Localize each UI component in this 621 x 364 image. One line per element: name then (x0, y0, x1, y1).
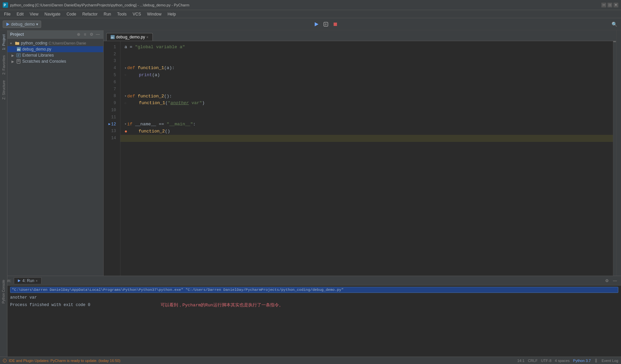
punc-4: ) (157, 72, 160, 79)
maximize-button[interactable]: □ (608, 3, 612, 7)
output-line1: another var (10, 294, 618, 302)
line-num-1: 1 (105, 44, 119, 51)
indent-1 (128, 72, 139, 79)
status-right: 14:1 CRLF UTF-8 4 spaces Python 3.7 Even… (517, 359, 619, 363)
menu-run[interactable]: Run (101, 11, 114, 17)
menu-file[interactable]: File (1, 11, 13, 17)
svg-marker-3 (315, 22, 318, 26)
vtab-project[interactable]: 1: Project (1, 32, 6, 53)
file-debug-demo-label: debug_demo.py (22, 47, 51, 52)
code-str-1: "global variable a" (135, 44, 185, 51)
tab-close-icon[interactable]: × (146, 35, 148, 39)
minimize-button[interactable]: ─ (601, 3, 606, 7)
menu-help[interactable]: Help (165, 11, 179, 17)
bottom-minimize-btn[interactable]: — (612, 277, 618, 284)
fn-function2: function_2 (138, 93, 164, 100)
collapse-icon[interactable]: ≡ (82, 32, 88, 37)
editor-area: py debug_demo.py × 1 2 3 4 5 6 7 8 9 10 … (104, 30, 616, 276)
main-area: 1: Project 2: Favorites Z: Structure Pro… (0, 30, 621, 276)
tab-py-icon: py (111, 35, 115, 39)
menu-view[interactable]: View (27, 11, 41, 17)
code-var-a: a = (124, 44, 135, 51)
status-python-version[interactable]: Python 3.7 (573, 359, 591, 363)
code-line-1: a = "global variable a" (120, 44, 613, 51)
menu-window[interactable]: Window (144, 11, 164, 17)
tab-run[interactable]: 4: Run × (14, 277, 41, 284)
line-num-11: 11 (105, 114, 119, 121)
project-panel: Project ⊕ ≡ ⚙ — ▾ python_coding C:\Users… (7, 30, 104, 276)
close-panel-icon[interactable]: — (95, 32, 101, 37)
code-line-4: ▾ def function_1(a): (120, 65, 613, 72)
fold-dot-9: ○ (124, 101, 126, 106)
scratches-icon (16, 59, 21, 64)
stop-button[interactable] (331, 20, 339, 28)
line-num-12: ▶12 (105, 121, 119, 128)
vtab-python-console[interactable]: Python Console (1, 277, 6, 306)
project-toolbar-icons: ⊕ ≡ ⚙ — (76, 32, 101, 37)
punc-8: () (165, 128, 170, 135)
right-gutter (616, 30, 621, 276)
vtab-structure[interactable]: Z: Structure (1, 78, 6, 102)
code-line-7 (120, 86, 613, 93)
menu-refactor[interactable]: Refactor (80, 11, 100, 17)
line-numbers: 1 2 3 4 5 6 7 8 9 10 11 ▶12 13 14 (104, 41, 120, 276)
run-config-name: debug_demo (11, 22, 35, 27)
editor-scrollbar[interactable] (613, 41, 616, 276)
svg-rect-6 (334, 23, 337, 26)
locate-icon[interactable]: ⊕ (76, 32, 81, 37)
code-line-6 (120, 79, 613, 86)
str-another: "another var" (168, 100, 202, 107)
svg-point-23 (595, 359, 597, 360)
breakpoint-icon-13: ● (124, 128, 127, 135)
vtab-favorites[interactable]: 2: Favorites (1, 53, 6, 77)
status-encoding[interactable]: UTF-8 (541, 359, 552, 363)
code-line-8: ▾ def function_2(): (120, 93, 613, 100)
tree-root-folder[interactable]: ▾ python_coding C:\Users\Darren Danie (7, 40, 103, 46)
fn-call-1: function_1 (139, 100, 165, 107)
colon-1: : (193, 121, 196, 128)
tree-file-debug-demo[interactable]: py debug_demo.py (7, 46, 103, 52)
status-indent[interactable]: 4 spaces (555, 359, 570, 363)
tree-external-libraries[interactable]: ▶ External Libraries (7, 52, 103, 58)
svg-marker-20 (18, 279, 21, 282)
window-title: python_coding [C:\Users\Darren DanielDay… (10, 3, 189, 7)
svg-text:py: py (111, 36, 114, 39)
tree-scratches[interactable]: ▶ Scratches and Consoles (7, 58, 103, 64)
line-num-6: 6 (105, 79, 119, 86)
project-header: Project ⊕ ≡ ⚙ — (7, 30, 103, 39)
svg-text:py: py (17, 48, 20, 51)
punc-7: ) (202, 100, 205, 107)
str-main: "__main__" (167, 121, 193, 128)
code-line-5: ○ print(a) (120, 72, 613, 79)
settings-icon[interactable]: ⚙ (89, 32, 94, 37)
menu-navigate[interactable]: Navigate (42, 11, 63, 17)
run-output-area: "C:\Users\Darren DanielDay\AppData\Local… (7, 285, 621, 357)
build-button[interactable]: ⚙ (322, 20, 330, 28)
bottom-settings-btn[interactable]: ⚙ (603, 277, 610, 284)
run-tab-close[interactable]: × (36, 279, 38, 283)
menu-tools[interactable]: Tools (114, 11, 129, 17)
menu-code[interactable]: Code (64, 11, 79, 17)
tree-expand-arrow: ▾ (10, 41, 13, 45)
punc-6: ( (165, 100, 168, 107)
status-event-log[interactable]: Event Log (601, 359, 618, 363)
menu-vcs[interactable]: VCS (130, 11, 144, 17)
param-a: a (167, 65, 169, 72)
tab-filename: debug_demo.py (116, 35, 145, 39)
tree-ext-lib-arrow: ▶ (11, 54, 15, 57)
chevron-down-icon: ▾ (36, 22, 38, 27)
python-file-icon: py (17, 47, 21, 51)
search-button[interactable]: 🔍 (610, 20, 618, 28)
status-crlf[interactable]: CRLF (528, 359, 538, 363)
menu-edit[interactable]: Edit (14, 11, 26, 17)
run-config-selector[interactable]: debug_demo ▾ (3, 21, 41, 28)
code-content[interactable]: a = "global variable a" ▾ def function_1… (120, 41, 613, 276)
indent-3 (128, 128, 138, 135)
run-button[interactable] (312, 20, 320, 28)
status-position[interactable]: 14:1 (517, 359, 525, 363)
bottom-tabs-bar: Run: 4: Run × ⚙ — (0, 276, 621, 285)
line-num-7: 7 (105, 86, 119, 93)
file-tab-debug-demo[interactable]: py debug_demo.py × (106, 33, 153, 41)
line-num-5: 5 (105, 72, 119, 79)
close-button[interactable]: × (614, 3, 618, 7)
